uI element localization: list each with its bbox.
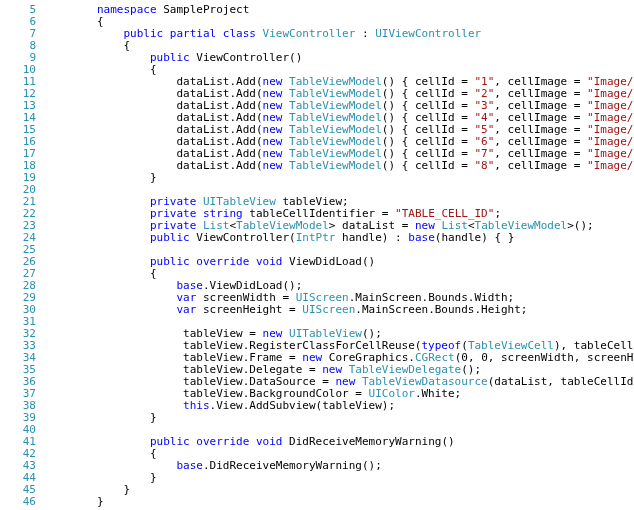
code-line[interactable]: var screenHeight = UIScreen.MainScreen.B…: [44, 304, 634, 316]
code-editor[interactable]: 5678910111213141516171819202122232425262…: [0, 0, 634, 510]
line-gutter: 5678910111213141516171819202122232425262…: [0, 4, 44, 508]
code-line[interactable]: }: [44, 484, 634, 496]
code-line[interactable]: }: [44, 412, 634, 424]
code-line[interactable]: public ViewController(IntPtr handle) : b…: [44, 232, 634, 244]
code-line[interactable]: namespace SampleProject: [44, 4, 634, 16]
line-number: 46: [0, 496, 36, 508]
code-line[interactable]: }: [44, 472, 634, 484]
code-line[interactable]: }: [44, 496, 634, 508]
code-line[interactable]: public partial class ViewController : UI…: [44, 28, 634, 40]
code-line[interactable]: }: [44, 172, 634, 184]
code-area[interactable]: namespace SampleProject { public partial…: [44, 4, 634, 508]
